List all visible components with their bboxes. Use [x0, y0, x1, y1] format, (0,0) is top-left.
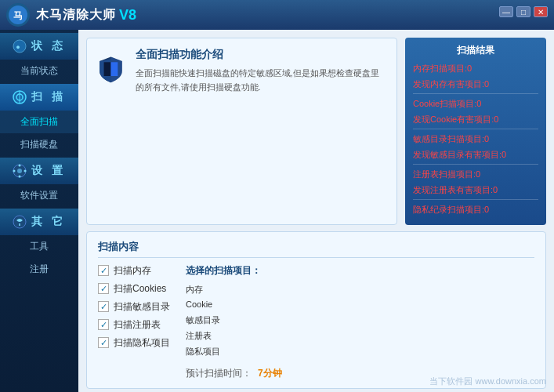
sidebar-item-tools[interactable]: 工具 — [0, 235, 78, 258]
sidebar-item-full-scan[interactable]: 全面扫描 — [0, 111, 78, 133]
svg-text:●: ● — [16, 43, 23, 51]
result-registry-found: 发现注册表有害项目:0 — [413, 183, 538, 197]
intro-title: 全面扫描功能介绍 — [136, 48, 387, 62]
time-label: 预计扫描时间： — [186, 367, 252, 380]
sidebar-section-status: ● 状 态 当前状态 — [0, 33, 78, 82]
result-private-scan: 隐私纪录扫描项目:0 — [413, 203, 538, 216]
scan-checkboxes: ✓ 扫描内存 ✓ 扫描Cookies ✓ 扫描敏感目录 ✓ 扫描注册表 — [98, 264, 170, 381]
minimize-button[interactable]: — — [499, 6, 513, 17]
checkbox-registry[interactable]: ✓ — [98, 319, 109, 330]
check-item-sensitive: ✓ 扫描敏感目录 — [98, 300, 170, 314]
result-cookie-scan: Cookie扫描项目:0 — [413, 97, 538, 111]
check-item-cookies: ✓ 扫描Cookies — [98, 282, 170, 296]
scan-options: ✓ 扫描内存 ✓ 扫描Cookies ✓ 扫描敏感目录 ✓ 扫描注册表 — [98, 264, 534, 381]
svg-point-12 — [13, 170, 16, 172]
main-container: ● 状 态 当前状态 扫 描 全面扫描 扫描硬盘 — [0, 30, 554, 392]
result-registry-scan: 注册表扫描项目:0 — [413, 168, 538, 181]
status-section-icon: ● — [13, 39, 27, 53]
title-bar: 马 木马清除大师 V8 — □ ✕ — [0, 0, 554, 30]
sidebar-section-settings: 设 置 软件设置 — [0, 158, 78, 207]
scan-content-title: 扫描内容 — [98, 240, 534, 258]
app-logo: 马 — [6, 3, 30, 27]
result-divider-2 — [413, 129, 538, 129]
result-divider-4 — [413, 199, 538, 200]
result-divider-1 — [413, 93, 538, 94]
svg-point-13 — [24, 170, 27, 172]
settings-section-icon — [13, 164, 27, 178]
sidebar-item-scan-disk[interactable]: 扫描硬盘 — [0, 133, 78, 156]
check-item-memory: ✓ 扫描内存 — [98, 264, 170, 278]
svg-point-10 — [19, 165, 21, 167]
check-item-private: ✓ 扫描隐私项目 — [98, 336, 170, 350]
top-section: 全面扫描功能介绍 全面扫描能快速扫描磁盘的特定敏感区域,但是如果想检查硬盘里的所… — [86, 38, 546, 225]
checkbox-cookies[interactable]: ✓ — [98, 283, 109, 294]
results-panel: 扫描结果 内存扫描项目:0 发现内存有害项目:0 Cookie扫描项目:0 发现… — [405, 38, 546, 225]
sidebar-section-scan: 扫 描 全面扫描 扫描硬盘 — [0, 84, 78, 156]
sidebar-header-settings[interactable]: 设 置 — [0, 158, 78, 184]
sidebar-header-status[interactable]: ● 状 态 — [0, 33, 78, 60]
intro-description: 全面扫描能快速扫描磁盘的特定敏感区域,但是如果想检查硬盘里的所有文件,请使用扫描… — [136, 67, 387, 94]
svg-point-9 — [17, 169, 22, 173]
result-memory-scan: 内存扫描项目:0 — [413, 62, 538, 75]
close-button[interactable]: ✕ — [534, 6, 548, 17]
result-divider-3 — [413, 164, 538, 165]
app-title: 木马清除大师 — [36, 7, 116, 24]
other-section-icon — [13, 215, 27, 229]
result-sensitive-found: 发现敏感目录有害项目:0 — [413, 148, 538, 162]
sidebar-section-other: 其 它 工具 注册 — [0, 209, 78, 281]
watermark: 当下软件园 www.downxia.com — [429, 376, 546, 387]
svg-point-11 — [19, 176, 21, 178]
sidebar-header-other[interactable]: 其 它 — [0, 209, 78, 235]
window-controls: — □ ✕ — [499, 6, 548, 17]
shield-icon — [96, 48, 126, 91]
sidebar-item-software-settings[interactable]: 软件设置 — [0, 184, 78, 207]
checkbox-memory[interactable]: ✓ — [98, 265, 109, 276]
scan-detail-items: 内存 Cookie 敏感目录 注册表 隐私项目 — [186, 282, 534, 360]
scan-details: 选择的扫描项目： 内存 Cookie 敏感目录 注册表 隐私项目 预计扫描时间：… — [186, 264, 534, 381]
sidebar-item-current-status[interactable]: 当前状态 — [0, 60, 78, 82]
app-version: V8 — [119, 7, 136, 24]
intro-content: 全面扫描功能介绍 全面扫描能快速扫描磁盘的特定敏感区域,但是如果想检查硬盘里的所… — [136, 48, 387, 215]
sidebar-item-register[interactable]: 注册 — [0, 258, 78, 281]
svg-text:马: 马 — [13, 10, 23, 21]
checkbox-private[interactable]: ✓ — [98, 337, 109, 348]
check-item-registry: ✓ 扫描注册表 — [98, 318, 170, 332]
result-cookie-found: 发现Cookie有害项目:0 — [413, 113, 538, 126]
maximize-button[interactable]: □ — [516, 6, 530, 17]
scan-section-icon — [13, 90, 27, 104]
time-value: 7分钟 — [258, 367, 282, 380]
content-area: 全面扫描功能介绍 全面扫描能快速扫描磁盘的特定敏感区域,但是如果想检查硬盘里的所… — [78, 30, 554, 392]
checkbox-sensitive[interactable]: ✓ — [98, 301, 109, 312]
results-title: 扫描结果 — [413, 44, 538, 57]
sidebar-header-scan[interactable]: 扫 描 — [0, 84, 78, 111]
sidebar: ● 状 态 当前状态 扫 描 全面扫描 扫描硬盘 — [0, 30, 78, 392]
scan-details-label: 选择的扫描项目： — [186, 264, 534, 278]
intro-card: 全面扫描功能介绍 全面扫描能快速扫描磁盘的特定敏感区域,但是如果想检查硬盘里的所… — [86, 38, 397, 225]
result-memory-found: 发现内存有害项目:0 — [413, 78, 538, 91]
scan-content-card: 扫描内容 ✓ 扫描内存 ✓ 扫描Cookies ✓ 扫描敏感目录 — [86, 231, 546, 390]
result-sensitive-scan: 敏感目录扫描项目:0 — [413, 132, 538, 146]
